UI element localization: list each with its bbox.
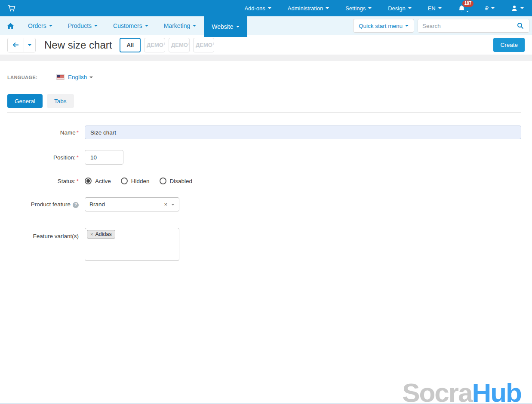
topbar-menu-design[interactable]: Design <box>380 0 419 16</box>
feature-variants-input[interactable]: × Adidas <box>85 228 179 261</box>
chevron-down-icon <box>94 25 98 27</box>
arrow-left-icon <box>12 42 19 48</box>
chevron-down-icon <box>236 26 240 28</box>
home-icon <box>7 23 14 29</box>
chevron-down-icon <box>268 7 271 9</box>
topbar-menu-language[interactable]: EN <box>420 0 450 16</box>
name-label: Name* <box>7 129 79 136</box>
language-row: LANGUAGE: English <box>7 61 521 80</box>
help-icon[interactable]: ? <box>73 202 79 208</box>
product-feature-label: Product feature? <box>7 201 79 208</box>
section-divider <box>7 112 521 113</box>
currency-symbol: ₽ <box>485 5 489 12</box>
chevron-down-icon <box>408 7 412 9</box>
watermark-blue-text: Hub <box>472 378 521 404</box>
search-icon <box>517 22 524 29</box>
chevron-down-icon <box>405 25 409 27</box>
home-button[interactable] <box>1 16 20 35</box>
status-label: Status:* <box>7 178 79 184</box>
main-navbar: Orders Products Customers Marketing Webs… <box>0 16 532 35</box>
tab-general[interactable]: General <box>7 94 43 108</box>
required-marker: * <box>77 178 79 184</box>
status-radio-hidden[interactable]: Hidden <box>121 178 150 184</box>
user-menu[interactable] <box>503 0 532 16</box>
chevron-down-icon <box>466 11 469 12</box>
search-input[interactable] <box>418 19 512 32</box>
chevron-down-icon <box>193 25 196 27</box>
watermark: SocraHub <box>402 378 521 404</box>
chevron-down-icon <box>368 7 372 9</box>
topbar-menus: Add-ons Administration Settings Design E… <box>236 0 532 16</box>
name-input[interactable] <box>85 125 521 139</box>
status-radio-active[interactable]: Active <box>85 178 111 184</box>
storefront-selector: All ДЕМОМА ДЕМОМА ДЕМОМА <box>120 38 214 52</box>
page-title: New size chart <box>44 39 112 51</box>
storefront-demo-button-2[interactable]: ДЕМОМА <box>169 38 190 52</box>
cart-icon-svg <box>8 5 16 12</box>
storefront-demo-button-3[interactable]: ДЕМОМА <box>193 38 214 52</box>
radio-icon <box>160 178 166 184</box>
admin-page: Add-ons Administration Settings Design E… <box>0 0 532 404</box>
variant-tag-adidas[interactable]: × Adidas <box>87 230 115 239</box>
selected-feature-value: Brand <box>89 201 105 208</box>
position-input[interactable] <box>85 150 123 165</box>
product-feature-select[interactable]: Brand × <box>85 197 179 211</box>
topbar-menu-addons[interactable]: Add-ons <box>236 0 279 16</box>
notification-badge: 187 <box>462 0 474 7</box>
quick-start-menu-button[interactable]: Quick start menu <box>353 19 414 33</box>
nav-item-marketing[interactable]: Marketing <box>156 16 204 35</box>
topbar: Add-ons Administration Settings Design E… <box>0 0 532 16</box>
radio-icon <box>121 178 128 184</box>
tabs-row: General Tabs <box>7 94 521 108</box>
nav-item-customers[interactable]: Customers <box>105 16 156 35</box>
chevron-down-icon <box>520 7 524 9</box>
back-history-dropdown[interactable] <box>24 38 35 52</box>
search-button[interactable] <box>512 19 529 32</box>
main-content: LANGUAGE: English General Tabs <box>0 61 532 404</box>
navbar-right: Quick start menu <box>353 19 532 33</box>
required-marker: * <box>77 129 79 136</box>
chevron-down-icon <box>89 77 93 78</box>
nav-item-products[interactable]: Products <box>60 16 105 35</box>
nav-item-orders[interactable]: Orders <box>20 16 60 35</box>
watermark-gray-text: Socra <box>402 378 472 404</box>
name-row: Name* <box>7 125 521 139</box>
position-label: Position:* <box>7 154 79 161</box>
user-icon <box>511 5 518 12</box>
currency-menu[interactable]: ₽ <box>477 0 503 16</box>
required-marker: * <box>77 154 79 161</box>
storefront-all-button[interactable]: All <box>120 38 141 52</box>
topbar-menu-administration[interactable]: Administration <box>280 0 337 16</box>
bell-icon: 187 <box>458 5 469 12</box>
page-header: New size chart All ДЕМОМА ДЕМОМА ДЕМОМА … <box>0 35 532 55</box>
cart-icon[interactable] <box>8 5 16 12</box>
chevron-down-icon <box>28 44 31 46</box>
chevron-down-icon <box>171 204 175 205</box>
clear-selection-icon[interactable]: × <box>164 201 167 208</box>
chevron-down-icon <box>145 25 148 27</box>
us-flag-svg <box>57 75 64 80</box>
position-row: Position:* <box>7 150 521 165</box>
back-split-button <box>7 38 36 52</box>
chevron-down-icon <box>49 25 52 27</box>
chevron-down-icon <box>491 7 495 9</box>
language-selector[interactable]: English <box>68 74 93 80</box>
storefront-demo-button-1[interactable]: ДЕМОМА <box>144 38 165 52</box>
product-feature-row: Product feature? Brand × <box>7 197 521 211</box>
header-separator <box>0 55 532 61</box>
feature-variants-label: Feature variant(s) <box>7 228 79 239</box>
radio-selected-icon <box>85 178 92 184</box>
create-button[interactable]: Create <box>493 38 525 52</box>
topbar-menu-settings[interactable]: Settings <box>337 0 380 16</box>
tab-tabs[interactable]: Tabs <box>47 94 74 108</box>
status-radio-disabled[interactable]: Disabled <box>160 178 193 184</box>
chevron-down-icon <box>438 7 442 9</box>
nav-item-website[interactable]: Website <box>204 16 247 37</box>
remove-tag-icon[interactable]: × <box>90 232 93 237</box>
language-label: LANGUAGE: <box>7 75 56 80</box>
notifications-button[interactable]: 187 <box>450 0 477 16</box>
feature-variants-row: Feature variant(s) × Adidas <box>7 228 521 261</box>
back-button[interactable] <box>8 38 24 52</box>
chevron-down-icon <box>326 7 329 9</box>
us-flag-icon <box>56 74 65 80</box>
